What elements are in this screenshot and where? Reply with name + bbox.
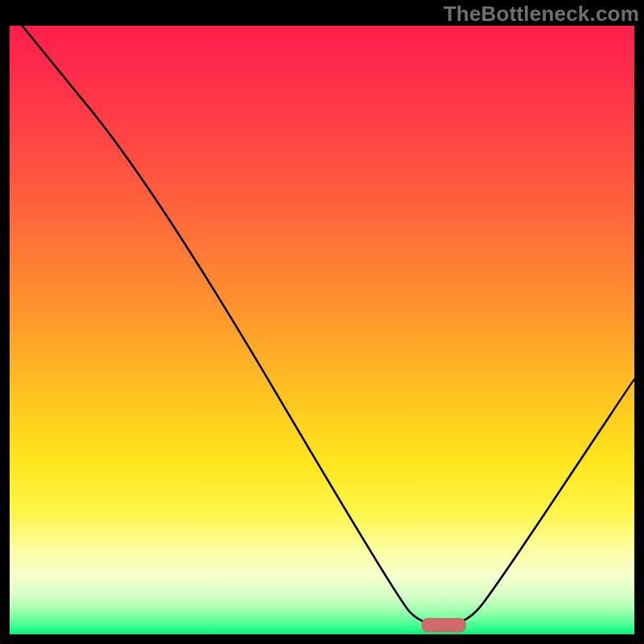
plot-area [10,26,634,634]
watermark-text: TheBottleneck.com [444,2,639,27]
chart-svg [10,26,634,634]
chart-frame: TheBottleneck.com [0,0,644,644]
gradient-background [10,26,634,634]
optimal-marker [422,618,465,632]
